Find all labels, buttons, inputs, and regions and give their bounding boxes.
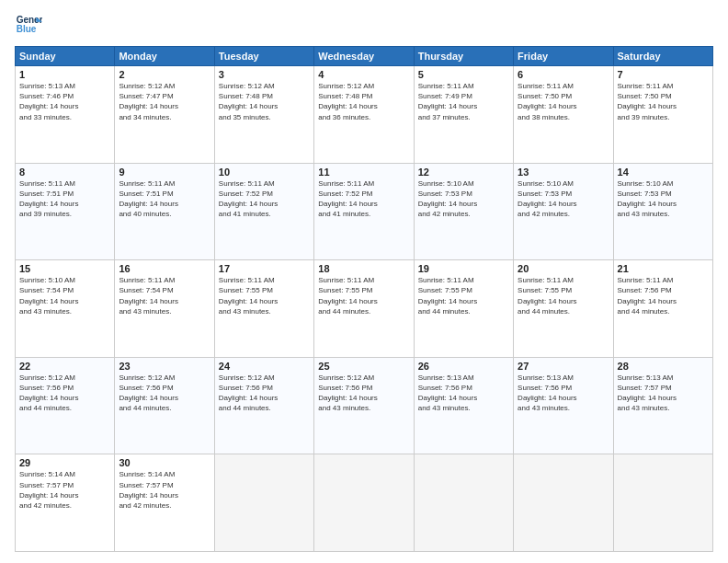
calendar-cell: 2Sunrise: 5:12 AMSunset: 7:47 PMDaylight… <box>115 66 214 164</box>
calendar-cell: 27Sunrise: 5:13 AMSunset: 7:56 PMDayligh… <box>514 357 613 454</box>
calendar-cell: 1Sunrise: 5:13 AMSunset: 7:46 PMDaylight… <box>16 66 115 164</box>
calendar-cell: 24Sunrise: 5:12 AMSunset: 7:56 PMDayligh… <box>214 357 313 454</box>
calendar-cell: 8Sunrise: 5:11 AMSunset: 7:51 PMDaylight… <box>16 163 115 260</box>
calendar-cell: 15Sunrise: 5:10 AMSunset: 7:54 PMDayligh… <box>16 260 115 358</box>
calendar-cell: 7Sunrise: 5:11 AMSunset: 7:50 PMDaylight… <box>613 66 712 164</box>
calendar-cell: 13Sunrise: 5:10 AMSunset: 7:53 PMDayligh… <box>514 163 613 260</box>
calendar-cell: 5Sunrise: 5:11 AMSunset: 7:49 PMDaylight… <box>414 66 513 164</box>
calendar-cell: 9Sunrise: 5:11 AMSunset: 7:51 PMDaylight… <box>115 163 214 260</box>
weekday-header-cell: Tuesday <box>214 47 313 66</box>
weekday-header-cell: Monday <box>115 47 214 66</box>
calendar-cell: 29Sunrise: 5:14 AMSunset: 7:57 PMDayligh… <box>16 454 115 552</box>
calendar-cell <box>414 454 513 552</box>
calendar-cell: 21Sunrise: 5:11 AMSunset: 7:56 PMDayligh… <box>613 260 712 358</box>
calendar-cell: 3Sunrise: 5:12 AMSunset: 7:48 PMDaylight… <box>214 66 313 164</box>
calendar-cell: 10Sunrise: 5:11 AMSunset: 7:52 PMDayligh… <box>214 163 313 260</box>
calendar-table: SundayMondayTuesdayWednesdayThursdayFrid… <box>15 46 713 552</box>
weekday-header-cell: Saturday <box>613 47 712 66</box>
calendar-cell: 30Sunrise: 5:14 AMSunset: 7:57 PMDayligh… <box>115 454 214 552</box>
calendar-cell: 14Sunrise: 5:10 AMSunset: 7:53 PMDayligh… <box>613 163 712 260</box>
weekday-header-row: SundayMondayTuesdayWednesdayThursdayFrid… <box>16 47 713 66</box>
calendar-cell: 12Sunrise: 5:10 AMSunset: 7:53 PMDayligh… <box>414 163 513 260</box>
calendar-cell: 26Sunrise: 5:13 AMSunset: 7:56 PMDayligh… <box>414 357 513 454</box>
calendar-row: 29Sunrise: 5:14 AMSunset: 7:57 PMDayligh… <box>16 454 713 552</box>
calendar-cell: 23Sunrise: 5:12 AMSunset: 7:56 PMDayligh… <box>115 357 214 454</box>
calendar-body: 1Sunrise: 5:13 AMSunset: 7:46 PMDaylight… <box>16 66 713 552</box>
logo: General Blue <box>15 11 42 39</box>
calendar-cell: 6Sunrise: 5:11 AMSunset: 7:50 PMDaylight… <box>514 66 613 164</box>
svg-text:Blue: Blue <box>17 24 37 34</box>
calendar-row: 15Sunrise: 5:10 AMSunset: 7:54 PMDayligh… <box>16 260 713 358</box>
calendar-cell: 16Sunrise: 5:11 AMSunset: 7:54 PMDayligh… <box>115 260 214 358</box>
weekday-header-cell: Thursday <box>414 47 513 66</box>
calendar-cell <box>613 454 712 552</box>
calendar-cell <box>214 454 313 552</box>
calendar-cell: 11Sunrise: 5:11 AMSunset: 7:52 PMDayligh… <box>314 163 414 260</box>
weekday-header-cell: Sunday <box>16 47 115 66</box>
weekday-header-cell: Friday <box>514 47 613 66</box>
logo-icon: General Blue <box>15 11 42 39</box>
calendar-cell: 17Sunrise: 5:11 AMSunset: 7:55 PMDayligh… <box>214 260 313 358</box>
calendar-row: 1Sunrise: 5:13 AMSunset: 7:46 PMDaylight… <box>16 66 713 164</box>
calendar-cell: 20Sunrise: 5:11 AMSunset: 7:55 PMDayligh… <box>514 260 613 358</box>
calendar-row: 8Sunrise: 5:11 AMSunset: 7:51 PMDaylight… <box>16 163 713 260</box>
calendar-cell: 19Sunrise: 5:11 AMSunset: 7:55 PMDayligh… <box>414 260 513 358</box>
header: General Blue <box>15 11 713 39</box>
weekday-header-cell: Wednesday <box>314 47 414 66</box>
calendar-cell: 22Sunrise: 5:12 AMSunset: 7:56 PMDayligh… <box>16 357 115 454</box>
calendar-cell: 18Sunrise: 5:11 AMSunset: 7:55 PMDayligh… <box>314 260 414 358</box>
calendar-cell: 4Sunrise: 5:12 AMSunset: 7:48 PMDaylight… <box>314 66 414 164</box>
calendar-cell <box>314 454 414 552</box>
calendar-cell <box>514 454 613 552</box>
calendar-cell: 25Sunrise: 5:12 AMSunset: 7:56 PMDayligh… <box>314 357 414 454</box>
calendar-cell: 28Sunrise: 5:13 AMSunset: 7:57 PMDayligh… <box>613 357 712 454</box>
calendar-row: 22Sunrise: 5:12 AMSunset: 7:56 PMDayligh… <box>16 357 713 454</box>
page: General Blue SundayMondayTuesdayWednesda… <box>0 0 728 563</box>
